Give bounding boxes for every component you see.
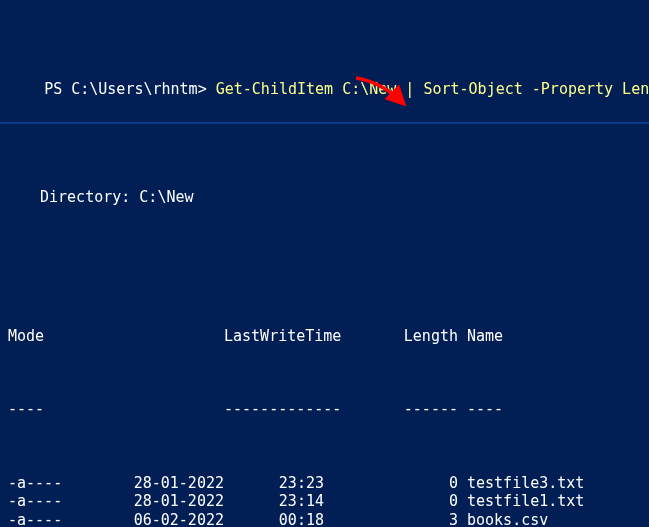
directory-path: C:\New — [139, 188, 193, 206]
file-listing: Mode LastWriteTime Length Name ---- ----… — [0, 271, 649, 527]
cell-mode: -a---- — [8, 492, 108, 510]
prompt-prefix: PS C:\Users\rhntm> — [44, 80, 216, 98]
cell-mode: -a---- — [8, 474, 108, 492]
powershell-terminal[interactable]: PS C:\Users\rhntm> Get-ChildItem C:\New … — [0, 0, 649, 527]
header-row: Mode LastWriteTime Length Name — [8, 327, 649, 345]
cell-mode: -a---- — [8, 511, 108, 527]
cell-time: 23:23 — [224, 474, 324, 492]
table-row: -a----28-01-202223:230testfile3.txt — [8, 474, 649, 492]
cell-name: testfile3.txt — [458, 474, 584, 492]
cell-date: 06-02-2022 — [108, 511, 224, 527]
cell-date: 28-01-2022 — [108, 492, 224, 510]
prompt-command: Get-ChildItem C:\New | Sort-Object -Prop… — [216, 80, 649, 98]
cell-time: 23:14 — [224, 492, 324, 510]
directory-line: Directory: C:\New — [0, 180, 649, 216]
cell-date: 28-01-2022 — [108, 474, 224, 492]
directory-label: Directory: — [40, 188, 139, 206]
cell-length: 0 — [324, 492, 458, 510]
header-underline: ---- ------------- ------ ---- — [8, 400, 649, 418]
cell-name: testfile1.txt — [458, 492, 584, 510]
cell-length: 0 — [324, 474, 458, 492]
table-row: -a----06-02-202200:183books.csv — [8, 511, 649, 527]
header-length: Length — [324, 327, 458, 345]
header-lastwrite — [108, 327, 224, 345]
header-mode: Mode — [8, 327, 108, 345]
prompt-line: PS C:\Users\rhntm> Get-ChildItem C:\New … — [0, 55, 649, 124]
table-row: -a----28-01-202223:140testfile1.txt — [8, 492, 649, 510]
cell-time: 00:18 — [224, 511, 324, 527]
cell-length: 3 — [324, 511, 458, 527]
header-name: Name — [458, 327, 503, 345]
header-lastwrite-text: LastWriteTime — [224, 327, 324, 345]
cell-name: books.csv — [458, 511, 548, 527]
